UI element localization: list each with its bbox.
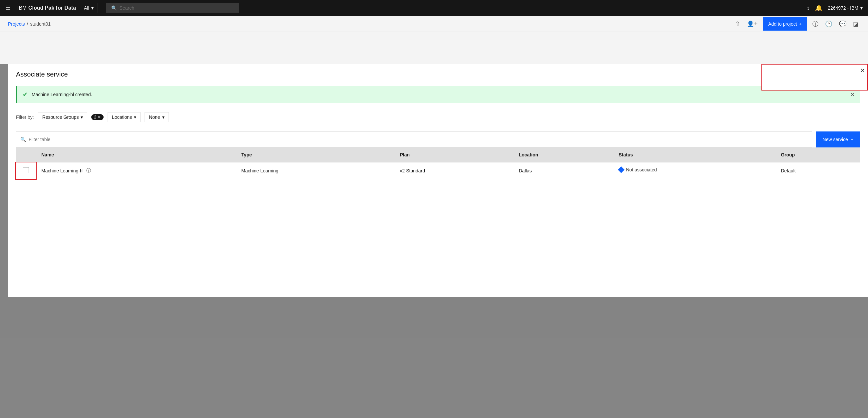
plan-header: Plan bbox=[394, 147, 513, 163]
chevron-down-icon: ▾ bbox=[162, 114, 164, 120]
notification-close-button[interactable]: ✕ bbox=[860, 67, 865, 74]
menu-icon[interactable]: ☰ bbox=[5, 4, 11, 12]
projects-link[interactable]: Projects bbox=[8, 21, 25, 27]
resource-groups-dropdown[interactable]: Resource Groups ▾ bbox=[38, 112, 88, 122]
status-cell: Not associated bbox=[614, 163, 776, 177]
add-to-project-label: Add to project bbox=[768, 21, 797, 27]
type-header: Type bbox=[236, 147, 395, 163]
all-label: All bbox=[84, 5, 89, 11]
locations-label: Locations bbox=[112, 114, 132, 120]
success-banner-close[interactable]: ✕ bbox=[850, 92, 855, 98]
all-dropdown[interactable]: All ▾ bbox=[80, 3, 98, 13]
location-header: Location bbox=[513, 147, 613, 163]
history-icon[interactable]: 🕑 bbox=[824, 19, 834, 29]
badge-count: 2 bbox=[94, 115, 96, 119]
group-cell: Default bbox=[775, 163, 860, 179]
filter-table-input[interactable] bbox=[29, 137, 808, 142]
filter-input-wrapper: 🔍 bbox=[16, 132, 812, 147]
info-circle-icon[interactable]: ⓘ bbox=[86, 168, 91, 174]
breadcrumb-separator: / bbox=[27, 21, 28, 27]
add-icon: + bbox=[799, 21, 802, 27]
locations-dropdown[interactable]: Locations ▾ bbox=[107, 112, 141, 122]
upload-icon[interactable]: ⇧ bbox=[734, 19, 741, 29]
name-header: Name bbox=[36, 147, 236, 163]
associate-service-modal: Associate service ✕ ✔ Machine Learning-h… bbox=[8, 64, 868, 297]
share-icon[interactable]: ↕ bbox=[807, 5, 810, 12]
add-collaborator-icon[interactable]: 👤+ bbox=[745, 19, 759, 29]
resource-groups-badge[interactable]: 2 ✕ bbox=[91, 114, 103, 120]
name-cell: Machine Learning-hl ⓘ bbox=[36, 163, 236, 179]
row-checkbox[interactable] bbox=[23, 167, 29, 173]
services-table: Name Type Plan Location Status Group bbox=[16, 147, 860, 179]
search-icon: 🔍 bbox=[20, 137, 26, 142]
notification-icon[interactable]: 🔔 bbox=[815, 4, 823, 12]
location-cell: Dallas bbox=[513, 163, 613, 179]
search-input[interactable] bbox=[120, 5, 234, 11]
service-name-wrapper: Machine Learning-hl ⓘ bbox=[41, 168, 231, 174]
notification-panel: ✕ bbox=[762, 64, 868, 91]
page-background: ✕ Associate service ✕ ✔ Machine Learning… bbox=[0, 32, 868, 418]
add-to-project-button[interactable]: Add to project + bbox=[763, 17, 807, 31]
filter-row: Filter by: Resource Groups ▾ 2 ✕ Locatio… bbox=[8, 108, 868, 126]
type-cell: Machine Learning bbox=[236, 163, 395, 179]
new-service-button[interactable]: New service + bbox=[816, 132, 860, 147]
search-icon: 🔍 bbox=[111, 5, 117, 11]
status-text: Not associated bbox=[626, 167, 657, 172]
none-label: None bbox=[149, 114, 160, 120]
sub-nav-actions: ⇧ 👤+ Add to project + ⓘ 🕑 💬 ◪ bbox=[734, 17, 860, 31]
account-label: 2264972 - IBM bbox=[828, 5, 858, 11]
plan-cell: v2 Standard bbox=[394, 163, 513, 179]
top-nav: ☰ IBM Cloud Pak for Data All ▾ 🔍 ↕ 🔔 226… bbox=[0, 0, 868, 16]
table-container: 🔍 New service + Name Type Plan Locatio bbox=[8, 126, 868, 184]
service-name-text: Machine Learning-hl bbox=[41, 168, 84, 173]
info-icon[interactable]: ⓘ bbox=[811, 19, 820, 29]
success-icon: ✔ bbox=[23, 91, 28, 98]
chevron-down-icon: ▾ bbox=[91, 5, 94, 11]
breadcrumb-current: student01 bbox=[30, 21, 51, 27]
modal-title: Associate service bbox=[16, 71, 68, 78]
table-row: Machine Learning-hl ⓘ Machine Learning v… bbox=[16, 163, 860, 179]
filter-label: Filter by: bbox=[16, 114, 34, 120]
status-diamond-icon bbox=[618, 166, 624, 173]
plus-icon: + bbox=[851, 137, 854, 142]
status-header: Status bbox=[614, 147, 776, 163]
account-menu[interactable]: 2264972 - IBM ▾ bbox=[828, 5, 863, 11]
new-service-label: New service bbox=[823, 137, 848, 142]
breadcrumb: Projects / student01 bbox=[8, 21, 51, 27]
none-dropdown[interactable]: None ▾ bbox=[145, 112, 168, 122]
checkbox-header-cell bbox=[16, 147, 36, 163]
group-header: Group bbox=[775, 147, 860, 163]
layout-icon[interactable]: ◪ bbox=[852, 19, 860, 29]
success-message: Machine Learning-hl created. bbox=[32, 92, 92, 97]
account-chevron-icon: ▾ bbox=[860, 5, 863, 11]
resource-groups-label: Resource Groups bbox=[42, 114, 79, 120]
sub-nav: Projects / student01 ⇧ 👤+ Add to project… bbox=[0, 16, 868, 32]
top-nav-right: ↕ 🔔 2264972 - IBM ▾ bbox=[807, 4, 863, 12]
chevron-down-icon: ▾ bbox=[81, 114, 83, 120]
table-toolbar: 🔍 New service + bbox=[16, 132, 860, 147]
chat-icon[interactable]: 💬 bbox=[838, 19, 848, 29]
table-header: Name Type Plan Location Status Group bbox=[16, 147, 860, 163]
brand-label: IBM Cloud Pak for Data bbox=[17, 5, 76, 11]
search-area[interactable]: 🔍 bbox=[106, 3, 239, 13]
checkbox-cell[interactable] bbox=[16, 163, 36, 179]
chevron-down-icon: ▾ bbox=[134, 114, 136, 120]
modal-header: Associate service ✕ bbox=[8, 64, 868, 86]
table-body: Machine Learning-hl ⓘ Machine Learning v… bbox=[16, 163, 860, 179]
success-banner: ✔ Machine Learning-hl created. ✕ bbox=[16, 86, 860, 103]
badge-close-icon[interactable]: ✕ bbox=[98, 115, 101, 119]
success-banner-left: ✔ Machine Learning-hl created. bbox=[23, 91, 92, 98]
